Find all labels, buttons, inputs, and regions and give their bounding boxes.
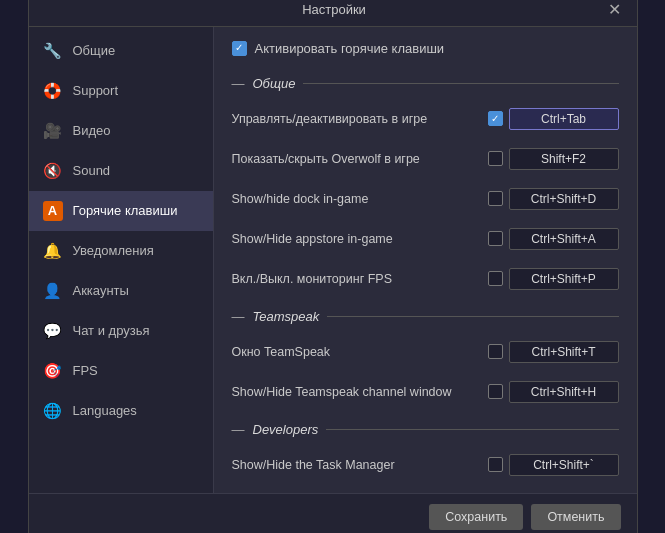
hotkey-checkbox[interactable]	[488, 111, 503, 126]
accounts-icon: 👤	[43, 281, 63, 301]
hotkey-input[interactable]	[509, 108, 619, 130]
sidebar-label-sound: Sound	[73, 163, 111, 178]
hotkey-checkbox[interactable]	[488, 457, 503, 472]
hotkey-row: Показать/скрыть Overwolf в игре	[232, 145, 619, 173]
section-dash-teamspeak: —	[232, 309, 245, 324]
titlebar: Настройки ✕	[29, 0, 637, 27]
footer: Сохранить Отменить	[29, 493, 637, 534]
section-dash-general: —	[232, 76, 245, 91]
general-icon: 🔧	[43, 41, 63, 61]
hotkey-checkbox[interactable]	[488, 384, 503, 399]
hotkey-row: Show/Hide appstore in-game	[232, 225, 619, 253]
hotkey-label: Show/Hide Teamspeak channel window	[232, 385, 452, 399]
section-header-general: —Общие	[232, 76, 619, 91]
dialog-title: Настройки	[63, 2, 606, 17]
hotkey-label: Show/Hide the Task Manager	[232, 458, 395, 472]
hotkey-checkbox[interactable]	[488, 191, 503, 206]
chat-icon: 💬	[43, 321, 63, 341]
hotkey-row: Окно TeamSpeak	[232, 338, 619, 366]
sidebar-item-hotkeys[interactable]: AГорячие клавиши	[29, 191, 213, 231]
sidebar-label-video: Видео	[73, 123, 111, 138]
hotkey-right	[488, 108, 619, 130]
sidebar-label-support: Support	[73, 83, 119, 98]
support-icon: 🛟	[43, 81, 63, 101]
hotkey-label: Окно TeamSpeak	[232, 345, 331, 359]
sidebar-label-notifications: Уведомления	[73, 243, 154, 258]
hotkey-label: Show/hide dock in-game	[232, 192, 369, 206]
sidebar: 🔧Общие🛟Support🎥Видео🔇SoundAГорячие клави…	[29, 27, 214, 493]
hotkeys-icon: A	[43, 201, 63, 221]
hotkey-input[interactable]	[509, 148, 619, 170]
sidebar-label-languages: Languages	[73, 403, 137, 418]
sound-icon: 🔇	[43, 161, 63, 181]
hotkey-right	[488, 268, 619, 290]
languages-icon: 🌐	[43, 401, 63, 421]
sidebar-item-languages[interactable]: 🌐Languages	[29, 391, 213, 431]
sidebar-item-chat[interactable]: 💬Чат и друзья	[29, 311, 213, 351]
hotkey-row: Вкл./Выкл. мониторинг FPS	[232, 265, 619, 293]
section-line-developers	[326, 429, 618, 430]
sidebar-item-fps[interactable]: 🎯FPS	[29, 351, 213, 391]
section-header-developers: —Developers	[232, 422, 619, 437]
hotkey-input[interactable]	[509, 228, 619, 250]
hotkey-row: Управлять/деактивировать в игре	[232, 105, 619, 133]
section-title-developers: Developers	[253, 422, 319, 437]
hotkey-input[interactable]	[509, 341, 619, 363]
main-panel: Активировать горячие клавиши—ОбщиеУправл…	[214, 27, 637, 493]
fps-icon: 🎯	[43, 361, 63, 381]
sidebar-item-notifications[interactable]: 🔔Уведомления	[29, 231, 213, 271]
cancel-button[interactable]: Отменить	[531, 504, 620, 530]
hotkey-right	[488, 454, 619, 476]
hotkey-label: Show/Hide appstore in-game	[232, 232, 393, 246]
hotkey-input[interactable]	[509, 268, 619, 290]
hotkey-right	[488, 341, 619, 363]
hotkey-input[interactable]	[509, 188, 619, 210]
hotkey-checkbox[interactable]	[488, 151, 503, 166]
hotkey-right	[488, 381, 619, 403]
hotkey-row: Show/Hide Teamspeak channel window	[232, 378, 619, 406]
settings-dialog: Настройки ✕ 🔧Общие🛟Support🎥Видео🔇SoundAГ…	[28, 0, 638, 533]
hotkey-checkbox[interactable]	[488, 344, 503, 359]
section-dash-developers: —	[232, 422, 245, 437]
hotkey-right	[488, 228, 619, 250]
sidebar-item-video[interactable]: 🎥Видео	[29, 111, 213, 151]
hotkey-label: Показать/скрыть Overwolf в игре	[232, 152, 420, 166]
activate-hotkeys-checkbox[interactable]	[232, 41, 247, 56]
sidebar-item-accounts[interactable]: 👤Аккаунты	[29, 271, 213, 311]
sidebar-item-support[interactable]: 🛟Support	[29, 71, 213, 111]
section-title-teamspeak: Teamspeak	[253, 309, 320, 324]
hotkey-checkbox[interactable]	[488, 271, 503, 286]
sidebar-label-accounts: Аккаунты	[73, 283, 129, 298]
section-line-teamspeak	[327, 316, 618, 317]
notifications-icon: 🔔	[43, 241, 63, 261]
section-line-general	[303, 83, 618, 84]
hotkey-row: Show/Hide the Task Manager	[232, 451, 619, 479]
section-header-teamspeak: —Teamspeak	[232, 309, 619, 324]
close-button[interactable]: ✕	[606, 2, 623, 18]
hotkey-input[interactable]	[509, 381, 619, 403]
hotkey-label: Вкл./Выкл. мониторинг FPS	[232, 272, 393, 286]
video-icon: 🎥	[43, 121, 63, 141]
save-button[interactable]: Сохранить	[429, 504, 523, 530]
sidebar-label-hotkeys: Горячие клавиши	[73, 203, 178, 218]
hotkey-checkbox[interactable]	[488, 231, 503, 246]
content-area: 🔧Общие🛟Support🎥Видео🔇SoundAГорячие клави…	[29, 27, 637, 493]
hotkey-right	[488, 188, 619, 210]
section-title-general: Общие	[253, 76, 296, 91]
sidebar-label-chat: Чат и друзья	[73, 323, 150, 338]
sidebar-item-sound[interactable]: 🔇Sound	[29, 151, 213, 191]
hotkey-label: Управлять/деактивировать в игре	[232, 112, 428, 126]
hotkey-row: Show/hide dock in-game	[232, 185, 619, 213]
activate-hotkeys-label: Активировать горячие клавиши	[255, 41, 445, 56]
activate-row: Активировать горячие клавиши	[232, 41, 619, 56]
sidebar-label-general: Общие	[73, 43, 116, 58]
hotkey-input[interactable]	[509, 454, 619, 476]
sidebar-label-fps: FPS	[73, 363, 98, 378]
hotkey-right	[488, 148, 619, 170]
sidebar-item-general[interactable]: 🔧Общие	[29, 31, 213, 71]
